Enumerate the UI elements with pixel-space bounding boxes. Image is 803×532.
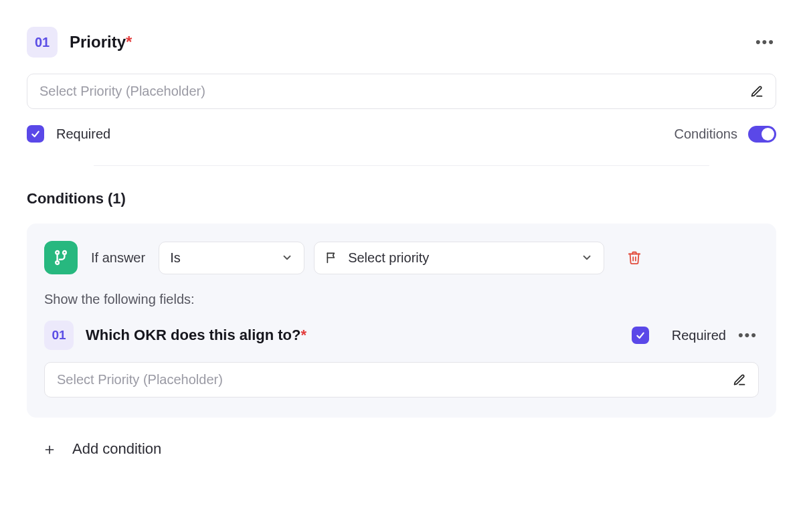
conditions-label: Conditions: [674, 126, 737, 142]
value-placeholder: Select priority: [348, 250, 429, 266]
subfield-placeholder-text: Select Priority (Placeholder): [57, 372, 223, 387]
operator-dropdown[interactable]: Is: [159, 242, 304, 274]
chevron-down-icon: [581, 252, 593, 264]
field-flags-row: Required Conditions: [27, 125, 776, 143]
required-label: Required: [56, 126, 110, 142]
conditions-toggle[interactable]: [748, 126, 776, 143]
condition-logic-row: If answer Is Select priority: [44, 241, 759, 274]
field-header: 01 Priority* •••: [27, 27, 776, 58]
subfield-required-label: Required: [672, 328, 726, 343]
form-field-editor: 01 Priority* ••• Select Priority (Placeh…: [0, 0, 803, 484]
show-fields-label: Show the following fields:: [44, 292, 759, 307]
conditions-section-title: Conditions (1): [27, 190, 776, 207]
field-title: Priority*: [70, 33, 132, 52]
if-answer-label: If answer: [91, 250, 145, 266]
field-title-text: Priority: [70, 33, 126, 51]
add-condition-label: Add condition: [72, 440, 161, 458]
subfield-right-controls: Required •••: [632, 325, 759, 345]
field-number-badge: 01: [27, 27, 58, 58]
placeholder-text: Select Priority (Placeholder): [39, 84, 205, 99]
subfield-header: 01 Which OKR does this align to?* Requir…: [44, 321, 759, 350]
condition-card: If answer Is Select priority: [27, 224, 776, 418]
required-star-icon: *: [300, 327, 306, 343]
edit-icon[interactable]: [733, 373, 746, 387]
chevron-down-icon: [281, 252, 293, 264]
branch-icon: [44, 241, 78, 274]
priority-select-placeholder[interactable]: Select Priority (Placeholder): [27, 74, 776, 109]
subfield-title: Which OKR does this align to?*: [86, 327, 306, 344]
operator-value: Is: [170, 250, 181, 266]
required-checkbox[interactable]: [27, 125, 44, 143]
flag-icon: [325, 251, 339, 264]
subfield-title-text: Which OKR does this align to?: [86, 327, 300, 343]
subfield-select-placeholder[interactable]: Select Priority (Placeholder): [44, 362, 759, 397]
required-star-icon: *: [126, 33, 132, 51]
plus-icon: ＋: [41, 441, 58, 457]
subfield-number-badge: 01: [44, 321, 74, 350]
subfield-more-menu-button[interactable]: •••: [737, 325, 759, 345]
add-condition-button[interactable]: ＋ Add condition: [27, 436, 776, 458]
field-more-menu-button[interactable]: •••: [754, 32, 776, 52]
divider: [94, 165, 709, 166]
subfield-required-checkbox[interactable]: [632, 327, 649, 344]
delete-condition-button[interactable]: [627, 250, 642, 265]
edit-icon[interactable]: [750, 85, 764, 98]
value-dropdown[interactable]: Select priority: [314, 242, 604, 274]
